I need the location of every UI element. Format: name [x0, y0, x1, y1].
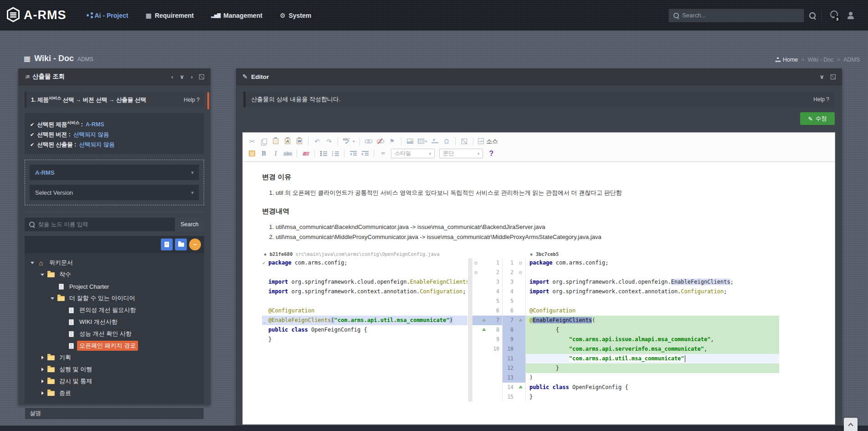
- diff-scrollbar[interactable]: [467, 258, 472, 402]
- panel-collapse-icon[interactable]: ∨: [819, 74, 824, 80]
- gutter-cell: [473, 287, 479, 296]
- paste-icon[interactable]: [270, 136, 281, 146]
- maximize-icon[interactable]: [459, 136, 470, 146]
- omega-icon[interactable]: Ω: [441, 136, 452, 146]
- code-line: [262, 268, 467, 277]
- anchor-icon[interactable]: ⚑: [387, 136, 398, 146]
- strike-button[interactable]: abc: [282, 149, 293, 159]
- bold-button[interactable]: B: [258, 149, 269, 159]
- nav-item-ai-project[interactable]: Ai - Project: [79, 0, 136, 31]
- blockquote-icon[interactable]: ”: [377, 149, 388, 159]
- remove-node-button[interactable]: −: [189, 239, 201, 250]
- tree-item-더-잘할-수-있는-아이디어[interactable]: 더 잘할 수 있는 아이디어: [26, 292, 202, 304]
- paste-word-icon[interactable]: [294, 136, 305, 146]
- search-submit-icon[interactable]: [809, 12, 816, 18]
- tree-item-감시-및-통제[interactable]: 감시 및 통제: [26, 375, 202, 387]
- code-line: import org.springframework.cloud.openfei…: [262, 277, 467, 287]
- tree-item-성능-개선-확인-사항[interactable]: 성능 개선 확인 사항: [26, 328, 202, 340]
- gutter-cell: 7: [488, 316, 502, 325]
- code-line: @Configuration: [526, 306, 779, 316]
- tree-expander[interactable]: [39, 391, 46, 395]
- tree-item-위키문서[interactable]: ⌂위키문서: [26, 257, 202, 269]
- breadcrumb-item[interactable]: Wiki - Doc: [808, 57, 834, 63]
- selection-value: 선택되지 않음: [73, 130, 109, 140]
- version-select[interactable]: Select Version▾: [30, 185, 199, 200]
- nav-item-requirement[interactable]: ▦Requirement: [138, 0, 201, 31]
- unlink-icon[interactable]: [375, 136, 386, 146]
- remove-format-icon[interactable]: [300, 149, 311, 159]
- editor-header: ✎ Editor ∨: [236, 68, 842, 85]
- diff-left-icon-gutter: ☘☘: [479, 258, 488, 402]
- diff-right-icon-gutter: ⊟⊟☘☘: [516, 258, 526, 402]
- template-icon[interactable]: [247, 149, 257, 159]
- tree-item-Project-Charter[interactable]: Project Charter: [26, 280, 202, 292]
- tree-item-WIKI-개선사항[interactable]: WIKI 개선사항: [26, 316, 202, 328]
- panel-prev-icon[interactable]: ‹: [171, 74, 173, 80]
- panel-next-icon[interactable]: ›: [191, 74, 193, 80]
- cut-icon[interactable]: ✂: [247, 136, 257, 146]
- list-item: util 의 오픈페인 클라이언트가 공통적인 서비스 영역으로 있다보니 독립…: [276, 188, 816, 198]
- about-icon[interactable]: ?: [486, 149, 497, 159]
- hline-icon[interactable]: [429, 136, 440, 146]
- tree-item-기획[interactable]: 기획: [26, 352, 202, 363]
- numbered-list-icon[interactable]: [318, 149, 329, 159]
- image-icon[interactable]: [405, 136, 416, 146]
- nav-item-management[interactable]: ▂▅▇Management: [204, 0, 270, 31]
- link-icon[interactable]: [363, 136, 374, 146]
- app-logo[interactable]: A-RMS: [6, 7, 67, 24]
- artifact-browser-panel: ↓≡ 산출물 조회 ‹ ∨ › 1. 제품서비스 선택 → 버전 선택 → 산출…: [18, 68, 211, 405]
- panel-expand-icon[interactable]: [831, 74, 836, 79]
- search-input[interactable]: [682, 12, 799, 19]
- tree-expander[interactable]: [39, 368, 46, 371]
- tree-expander[interactable]: [39, 356, 46, 359]
- tree-item-실행-및-이행[interactable]: 실행 및 이행: [26, 363, 202, 375]
- bullet-list-icon[interactable]: [330, 149, 341, 159]
- notification-icon[interactable]: 3: [830, 10, 838, 20]
- toolbar-separator: [344, 150, 344, 158]
- breadcrumb-home[interactable]: Home: [776, 57, 798, 63]
- diff-header: ▪ b21fe680 src\main\java\com\arms\config…: [262, 251, 779, 258]
- nav-item-system[interactable]: ⚙System: [272, 0, 318, 31]
- gutter-cell: [473, 344, 479, 354]
- paste-text-icon[interactable]: [282, 136, 293, 146]
- copy-icon[interactable]: [258, 136, 269, 146]
- gutter-cell: [488, 363, 502, 373]
- scroll-to-top-button[interactable]: [844, 418, 858, 431]
- tree-item-편의성-개선-필요사항[interactable]: 편의성 개선 필요사항: [26, 304, 202, 316]
- editor-document[interactable]: 변경 이유 util 의 오픈페인 클라이언트가 공통적인 서비스 영역으로 있…: [243, 162, 835, 413]
- user-profile-icon[interactable]: [847, 12, 854, 19]
- browser-help-button[interactable]: Help ?: [184, 97, 200, 103]
- product-select[interactable]: A-RMS▾: [30, 165, 199, 180]
- breadcrumb-item[interactable]: ADMS: [843, 57, 860, 63]
- panel-expand-icon[interactable]: [199, 74, 204, 79]
- tree-expander[interactable]: [29, 262, 36, 264]
- undo-icon[interactable]: ↶: [312, 136, 323, 146]
- search-icon: [673, 13, 678, 18]
- tree-item-착수[interactable]: 착수: [26, 269, 202, 280]
- format-select[interactable]: 문단▾: [439, 149, 483, 158]
- tree-item-오픈페인-패키지-경로[interactable]: 오픈페인 패키지 경로: [26, 340, 202, 352]
- tree-expander[interactable]: [49, 297, 56, 300]
- style-select[interactable]: 스타일▾: [391, 149, 435, 158]
- new-folder-button[interactable]: [175, 239, 187, 250]
- panel-collapse-icon[interactable]: ∨: [180, 74, 185, 80]
- tree-item-종료[interactable]: 종료: [26, 387, 202, 399]
- gutter-cell: [488, 354, 502, 363]
- italic-button[interactable]: I: [270, 149, 281, 159]
- edit-button[interactable]: ✎ 수정: [800, 112, 835, 125]
- tree-item-label: 오픈페인 패키지 경로: [77, 341, 138, 351]
- editor-help-button[interactable]: Help ?: [813, 96, 829, 103]
- indent-icon[interactable]: [360, 149, 370, 159]
- new-document-button[interactable]: [161, 239, 173, 250]
- diff-fold-gutter[interactable]: ⊟⊟: [472, 258, 479, 402]
- redo-icon[interactable]: ↷: [324, 136, 334, 146]
- tree-expander[interactable]: [39, 274, 46, 276]
- outdent-icon[interactable]: [348, 149, 359, 159]
- table-icon[interactable]: ▾: [416, 136, 429, 146]
- spellcheck-icon[interactable]: ▾: [341, 136, 356, 146]
- node-search-input[interactable]: [38, 221, 170, 228]
- source-icon[interactable]: 소스: [477, 136, 499, 146]
- tree-expander[interactable]: [39, 379, 46, 383]
- main-menu: Ai - Project▦Requirement▂▅▇Management⚙Sy…: [79, 0, 319, 31]
- node-search-button[interactable]: Search: [175, 218, 204, 231]
